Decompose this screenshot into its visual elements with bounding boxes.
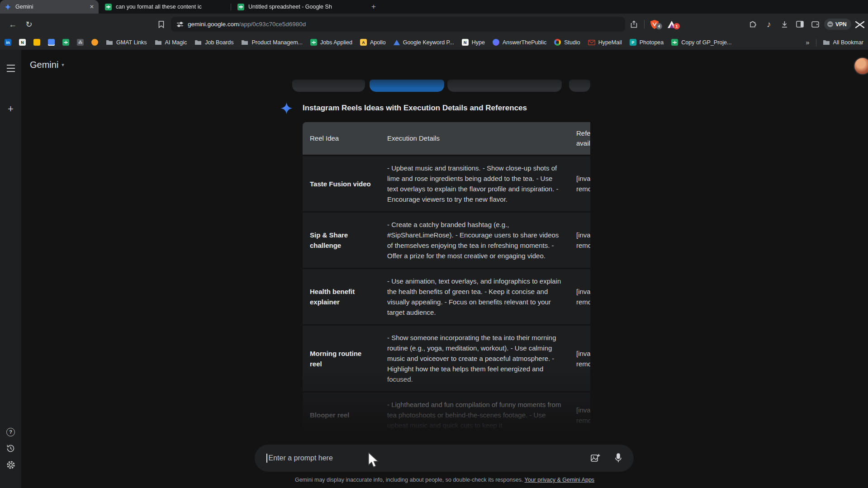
folder-icon bbox=[194, 39, 202, 45]
table-row: Sip & Share challenge - Create a catchy … bbox=[303, 211, 590, 268]
vpn-button[interactable]: VPN bbox=[824, 19, 851, 30]
all-bookmarks-folder[interactable]: All Bookmar bbox=[823, 39, 863, 46]
extension-badge: 1 bbox=[674, 23, 680, 29]
wallet-icon[interactable] bbox=[810, 14, 821, 35]
bookmark-label: Apollo bbox=[370, 39, 386, 46]
apollo-icon: A bbox=[360, 39, 367, 46]
app-title: Gemini bbox=[30, 60, 58, 70]
bookmark-copy-gp-project[interactable]: Copy of GP_Proje... bbox=[671, 39, 731, 46]
bookmark-jobs-applied[interactable]: Jobs Applied bbox=[310, 39, 352, 46]
bookmark-label: Job Boards bbox=[205, 39, 233, 46]
extensions-puzzle-icon[interactable] bbox=[747, 14, 758, 35]
chevron-down-icon: ▾ bbox=[62, 62, 64, 68]
extension-triangle-icon[interactable]: 1 bbox=[666, 14, 678, 35]
bookmark-label: HypeMail bbox=[598, 39, 622, 46]
share-icon[interactable] bbox=[629, 14, 639, 35]
activity-button[interactable] bbox=[0, 441, 21, 455]
execution-details-cell: - Create a catchy branded hashtag (e.g.,… bbox=[380, 211, 569, 268]
bookmark-keep-icon[interactable] bbox=[33, 39, 40, 46]
bookmarks-divider bbox=[816, 39, 816, 46]
column-header: Execution Details bbox=[380, 122, 569, 155]
prompt-input[interactable]: Enter a prompt here bbox=[255, 445, 634, 472]
bookmark-misc-icon[interactable]: ⁂ bbox=[77, 39, 84, 46]
side-panel-icon[interactable] bbox=[794, 14, 805, 35]
reload-icon[interactable]: ↻ bbox=[24, 14, 34, 35]
brave-shield-icon[interactable]: 4 bbox=[649, 14, 660, 35]
reel-idea-cell: Sip & Share challenge bbox=[303, 211, 380, 268]
tab-title: can you format all these content ic bbox=[116, 4, 224, 10]
tab-gemini[interactable]: Gemini ✕ bbox=[0, 0, 99, 14]
answerthepublic-icon bbox=[493, 39, 499, 46]
folder-icon bbox=[823, 39, 830, 45]
bookmark-apollo[interactable]: A Apollo bbox=[360, 39, 386, 46]
hamburger-icon bbox=[7, 65, 15, 72]
tab-strip: Gemini ✕ can you format all these conten… bbox=[0, 0, 868, 14]
gemini-app-switcher[interactable]: Gemini ▾ bbox=[30, 60, 64, 70]
bookmark-label: Photopea bbox=[640, 39, 664, 46]
menu-button[interactable] bbox=[0, 62, 21, 75]
vpn-status-icon bbox=[827, 21, 833, 27]
close-icon[interactable]: ✕ bbox=[90, 4, 94, 10]
bookmark-google-keyword[interactable]: Google Keyword P... bbox=[394, 39, 454, 46]
new-chat-button[interactable]: + bbox=[0, 102, 21, 116]
microphone-icon[interactable] bbox=[615, 453, 622, 463]
execution-details-cell: - Upbeat music and transitions. - Show c… bbox=[380, 155, 569, 211]
gemini-app: + ? Gemini ▾ bbox=[0, 50, 868, 488]
table-header-row: Reel Idea Execution Details Reference (i… bbox=[303, 122, 590, 155]
bookmark-ribbon-icon[interactable] bbox=[156, 14, 166, 35]
settings-button[interactable] bbox=[0, 458, 21, 472]
bookmark-emoji-icon[interactable] bbox=[91, 39, 98, 46]
gemini-favicon bbox=[5, 4, 11, 10]
table-row: Taste Fusion video - Upbeat music and tr… bbox=[303, 155, 590, 211]
prompt-placeholder: Enter a prompt here bbox=[269, 454, 333, 462]
bookmark-studio[interactable]: Studio bbox=[554, 39, 580, 46]
music-icon[interactable]: ♪ bbox=[764, 14, 774, 35]
leo-ai-icon[interactable] bbox=[853, 14, 867, 35]
gemini-sparkle-icon bbox=[280, 102, 293, 114]
bookmark-label: Product Managem... bbox=[251, 39, 303, 46]
upload-image-icon[interactable] bbox=[590, 453, 600, 463]
back-icon[interactable]: ← bbox=[7, 14, 18, 35]
tab-sheets-content[interactable]: can you format all these content ic bbox=[99, 0, 231, 14]
hype-icon: N bbox=[462, 39, 469, 46]
bookmark-answerthepublic[interactable]: AnswerThePublic bbox=[493, 39, 546, 46]
profile-avatar[interactable] bbox=[854, 58, 868, 74]
bookmark-linkedin-icon[interactable]: in bbox=[5, 39, 11, 46]
text-caret bbox=[266, 454, 267, 463]
bookmark-folder-gmat[interactable]: GMAT Links bbox=[106, 39, 147, 46]
bookmark-photopea[interactable]: P Photopea bbox=[630, 39, 664, 46]
bookmark-folder-job-boards[interactable]: Job Boards bbox=[194, 39, 233, 46]
url-bar[interactable]: gemini.google.com/app/0c93c70ce5d6980d bbox=[171, 17, 625, 32]
download-icon[interactable] bbox=[779, 14, 790, 35]
url-domain: gemini.google.com bbox=[188, 21, 239, 28]
bookmark-notion-icon[interactable]: N bbox=[19, 39, 26, 46]
scrolled-chip-2[interactable] bbox=[370, 80, 444, 92]
photopea-icon: P bbox=[630, 39, 636, 46]
privacy-link[interactable]: Your privacy & Gemini Apps bbox=[525, 477, 594, 483]
scrolled-chip-3[interactable] bbox=[447, 80, 562, 92]
sheets-favicon bbox=[237, 4, 244, 10]
sheets-icon bbox=[310, 39, 317, 46]
keyword-planner-icon bbox=[394, 40, 400, 45]
help-button[interactable]: ? bbox=[0, 425, 21, 439]
bookmark-label: GMAT Links bbox=[116, 39, 147, 46]
gear-icon bbox=[6, 460, 15, 469]
site-settings-icon[interactable] bbox=[176, 21, 184, 28]
bookmark-folder-product-management[interactable]: Product Managem... bbox=[241, 39, 303, 46]
scrolled-chip-1[interactable] bbox=[292, 80, 365, 92]
new-tab-button[interactable]: + bbox=[368, 1, 379, 13]
disclaimer-text: Gemini may display inaccurate info, incl… bbox=[295, 477, 523, 483]
scrolled-chip-4[interactable] bbox=[569, 80, 590, 92]
bookmark-sheets-icon[interactable] bbox=[62, 39, 69, 46]
toolbar-divider bbox=[644, 20, 645, 28]
shield-badge: 4 bbox=[656, 23, 662, 29]
disclaimer: Gemini may display inaccurate info, incl… bbox=[21, 477, 868, 483]
bookmark-folder-ai-magic[interactable]: AI Magic bbox=[155, 39, 187, 46]
bookmark-docs-icon[interactable] bbox=[48, 39, 55, 46]
table-row: Health benefit explainer - Use animation… bbox=[303, 268, 590, 324]
bookmarks-overflow-icon[interactable]: » bbox=[806, 38, 809, 46]
bookmark-hypemail[interactable]: HypeMail bbox=[588, 39, 622, 46]
sheets-icon bbox=[671, 39, 678, 46]
bookmark-hype[interactable]: N Hype bbox=[462, 39, 485, 46]
tab-untitled-spreadsheet[interactable]: Untitled spreadsheet - Google Sh bbox=[231, 0, 363, 14]
